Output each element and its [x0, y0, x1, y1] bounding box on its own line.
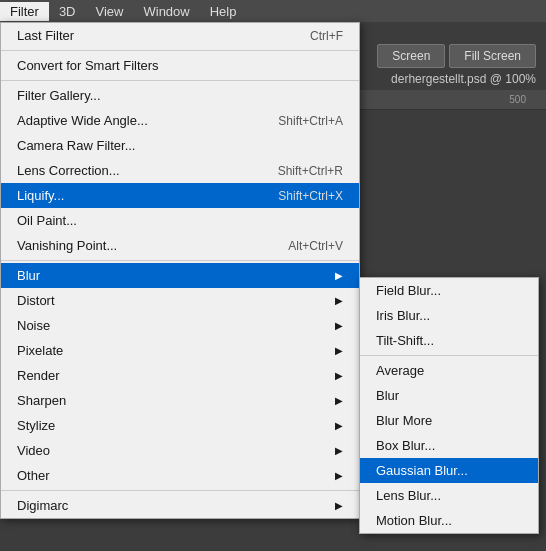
menu-item-filter-gallery[interactable]: Filter Gallery... [1, 83, 359, 108]
menu-item-filter[interactable]: Filter [0, 2, 49, 21]
render-label: Render [17, 368, 325, 383]
lens-blur-label: Lens Blur... [376, 488, 441, 503]
video-label: Video [17, 443, 325, 458]
tilt-shift-label: Tilt-Shift... [376, 333, 434, 348]
blur-arrow-icon: ▶ [335, 270, 343, 281]
box-blur-label: Box Blur... [376, 438, 435, 453]
noise-label: Noise [17, 318, 325, 333]
blur-label: Blur [17, 268, 325, 283]
liquify-shortcut: Shift+Ctrl+X [278, 189, 343, 203]
menu-divider-1 [1, 50, 359, 51]
other-arrow-icon: ▶ [335, 470, 343, 481]
blur-more-label: Blur More [376, 413, 432, 428]
filter-dropdown-menu: Last Filter Ctrl+F Convert for Smart Fil… [0, 22, 360, 519]
digimarc-arrow-icon: ▶ [335, 500, 343, 511]
average-label: Average [376, 363, 424, 378]
menu-item-render[interactable]: Render ▶ [1, 363, 359, 388]
menu-item-liquify[interactable]: Liquify... Shift+Ctrl+X [1, 183, 359, 208]
distort-arrow-icon: ▶ [335, 295, 343, 306]
menu-item-video[interactable]: Video ▶ [1, 438, 359, 463]
menubar: Filter 3D View Window Help [0, 0, 546, 22]
menu-item-oil-paint[interactable]: Oil Paint... [1, 208, 359, 233]
sharpen-label: Sharpen [17, 393, 325, 408]
fill-screen-button[interactable]: Fill Screen [449, 44, 536, 68]
menu-item-adaptive-wide-angle[interactable]: Adaptive Wide Angle... Shift+Ctrl+A [1, 108, 359, 133]
gaussian-blur-label: Gaussian Blur... [376, 463, 468, 478]
submenu-divider-1 [360, 355, 538, 356]
filter-gallery-label: Filter Gallery... [17, 88, 343, 103]
other-label: Other [17, 468, 325, 483]
blur-submenu-label: Blur [376, 388, 399, 403]
pixelate-label: Pixelate [17, 343, 325, 358]
lens-correction-label: Lens Correction... [17, 163, 258, 178]
adaptive-wide-angle-label: Adaptive Wide Angle... [17, 113, 258, 128]
top-right-buttons: Screen Fill Screen [377, 44, 536, 68]
last-filter-label: Last Filter [17, 28, 290, 43]
video-arrow-icon: ▶ [335, 445, 343, 456]
blur-submenu: Field Blur... Iris Blur... Tilt-Shift...… [359, 277, 539, 534]
menu-item-stylize[interactable]: Stylize ▶ [1, 413, 359, 438]
submenu-item-blur-more[interactable]: Blur More [360, 408, 538, 433]
submenu-item-gaussian-blur[interactable]: Gaussian Blur... [360, 458, 538, 483]
menu-divider-2 [1, 80, 359, 81]
motion-blur-label: Motion Blur... [376, 513, 452, 528]
file-title: derhergestellt.psd @ 100% [391, 72, 536, 86]
submenu-item-box-blur[interactable]: Box Blur... [360, 433, 538, 458]
menu-item-lens-correction[interactable]: Lens Correction... Shift+Ctrl+R [1, 158, 359, 183]
distort-label: Distort [17, 293, 325, 308]
menu-item-vanishing-point[interactable]: Vanishing Point... Alt+Ctrl+V [1, 233, 359, 258]
menu-divider-3 [1, 260, 359, 261]
sharpen-arrow-icon: ▶ [335, 395, 343, 406]
menu-item-noise[interactable]: Noise ▶ [1, 313, 359, 338]
menu-item-pixelate[interactable]: Pixelate ▶ [1, 338, 359, 363]
menu-divider-4 [1, 490, 359, 491]
menu-item-digimarc[interactable]: Digimarc ▶ [1, 493, 359, 518]
menu-item-camera-raw[interactable]: Camera Raw Filter... [1, 133, 359, 158]
submenu-item-blur[interactable]: Blur [360, 383, 538, 408]
lens-correction-shortcut: Shift+Ctrl+R [278, 164, 343, 178]
field-blur-label: Field Blur... [376, 283, 441, 298]
submenu-item-average[interactable]: Average [360, 358, 538, 383]
submenu-item-motion-blur[interactable]: Motion Blur... [360, 508, 538, 533]
menu-item-other[interactable]: Other ▶ [1, 463, 359, 488]
screen-button[interactable]: Screen [377, 44, 445, 68]
vanishing-point-label: Vanishing Point... [17, 238, 268, 253]
digimarc-label: Digimarc [17, 498, 325, 513]
iris-blur-label: Iris Blur... [376, 308, 430, 323]
submenu-item-iris-blur[interactable]: Iris Blur... [360, 303, 538, 328]
menu-item-3d[interactable]: 3D [49, 2, 86, 21]
oil-paint-label: Oil Paint... [17, 213, 343, 228]
ruler-marker-right: 500 [509, 94, 526, 105]
vanishing-point-shortcut: Alt+Ctrl+V [288, 239, 343, 253]
menu-item-window[interactable]: Window [133, 2, 199, 21]
stylize-label: Stylize [17, 418, 325, 433]
menu-item-sharpen[interactable]: Sharpen ▶ [1, 388, 359, 413]
last-filter-shortcut: Ctrl+F [310, 29, 343, 43]
noise-arrow-icon: ▶ [335, 320, 343, 331]
render-arrow-icon: ▶ [335, 370, 343, 381]
pixelate-arrow-icon: ▶ [335, 345, 343, 356]
stylize-arrow-icon: ▶ [335, 420, 343, 431]
menu-item-convert-smart[interactable]: Convert for Smart Filters [1, 53, 359, 78]
convert-smart-label: Convert for Smart Filters [17, 58, 343, 73]
menu-item-view[interactable]: View [86, 2, 134, 21]
adaptive-wide-angle-shortcut: Shift+Ctrl+A [278, 114, 343, 128]
menu-item-last-filter[interactable]: Last Filter Ctrl+F [1, 23, 359, 48]
menu-item-blur[interactable]: Blur ▶ [1, 263, 359, 288]
submenu-item-lens-blur[interactable]: Lens Blur... [360, 483, 538, 508]
submenu-item-field-blur[interactable]: Field Blur... [360, 278, 538, 303]
menu-item-distort[interactable]: Distort ▶ [1, 288, 359, 313]
liquify-label: Liquify... [17, 188, 258, 203]
camera-raw-label: Camera Raw Filter... [17, 138, 343, 153]
submenu-item-tilt-shift[interactable]: Tilt-Shift... [360, 328, 538, 353]
menu-item-help[interactable]: Help [200, 2, 247, 21]
